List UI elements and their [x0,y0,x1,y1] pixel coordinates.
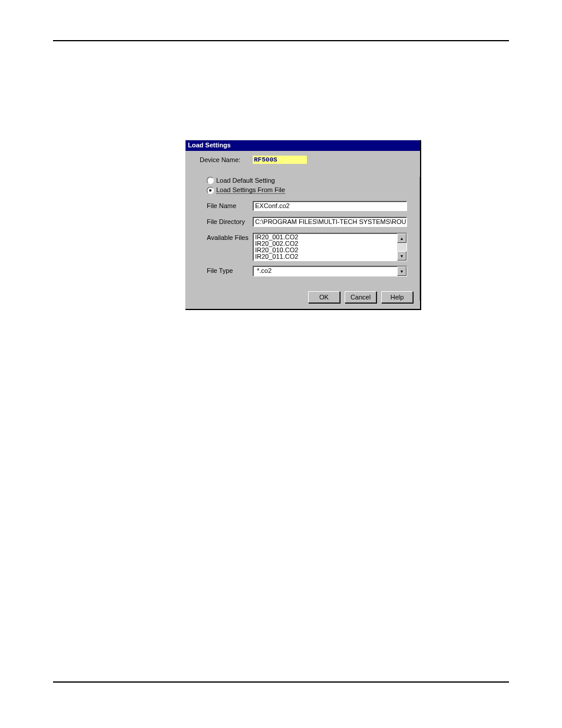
file-name-label: File Name [191,201,253,209]
page-bottom-rule [53,681,509,683]
radio-load-from-file-label: Load Settings From File [216,186,285,194]
file-directory-row: File Directory C:\PROGRAM FILES\MULTI-TE… [191,217,414,227]
scroll-down-icon[interactable]: ▼ [397,251,406,261]
file-type-value: *.co2 [253,266,397,276]
device-name-row: Device Name: RF500S [191,156,414,164]
help-button[interactable]: Help [381,291,413,303]
cancel-button[interactable]: Cancel [345,291,376,303]
available-files-label: Available Files [191,233,253,241]
dialog-body: Device Name: RF500S Load Default Setting… [186,151,420,309]
dialog-title: Load Settings [188,141,231,149]
radio-icon [207,187,214,194]
radio-load-default[interactable]: Load Default Setting [207,177,414,184]
device-name-label: Device Name: [191,156,253,163]
chevron-down-icon[interactable]: ▼ [397,266,406,276]
file-type-row: File Type *.co2 ▼ [191,266,414,276]
radio-load-from-file[interactable]: Load Settings From File [207,186,414,194]
file-directory-input[interactable]: C:\PROGRAM FILES\MULTI-TECH SYSTEMS\ROUT [253,217,407,227]
dialog-titlebar[interactable]: Load Settings [186,140,420,151]
listbox-content: IR20_001.CO2 IR20_002.CO2 IR20_010.CO2 I… [253,233,397,261]
file-name-input[interactable]: EXConf.co2 [253,201,407,211]
inset-divider [419,177,420,301]
available-files-listbox[interactable]: IR20_001.CO2 IR20_002.CO2 IR20_010.CO2 I… [253,233,407,261]
scroll-up-icon[interactable]: ▲ [397,233,406,243]
file-type-label: File Type [191,266,253,274]
list-item[interactable]: IR20_011.CO2 [255,253,395,260]
ok-button[interactable]: OK [308,291,340,303]
device-name-value: RF500S [253,156,307,164]
page-top-rule [53,40,509,41]
file-type-combo[interactable]: *.co2 ▼ [253,266,407,276]
radio-group: Load Default Setting Load Settings From … [207,177,414,194]
file-name-row: File Name EXConf.co2 [191,201,414,211]
radio-load-default-label: Load Default Setting [216,177,275,184]
dialog-buttons: OK Cancel Help [308,291,413,303]
file-directory-label: File Directory [191,217,253,225]
available-files-row: Available Files IR20_001.CO2 IR20_002.CO… [191,233,414,261]
listbox-scrollbar[interactable]: ▲ ▼ [397,233,406,261]
load-settings-dialog: Load Settings Device Name: RF500S Load D… [185,140,421,309]
radio-icon [207,177,214,184]
